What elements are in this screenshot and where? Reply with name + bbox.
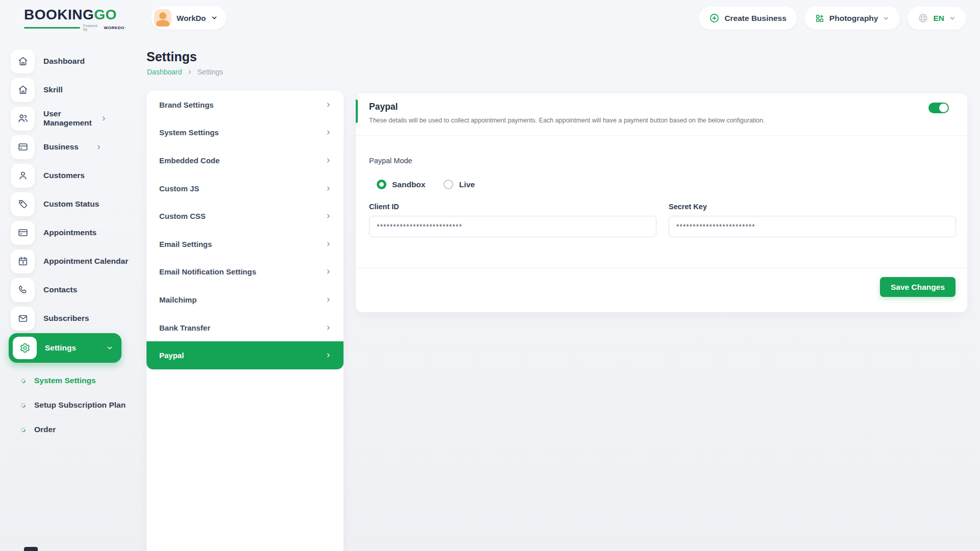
- bookinggo-logo[interactable]: BOOKINGGO Powered By WORKDO·: [24, 7, 126, 31]
- grid-plus-icon: [815, 13, 825, 23]
- radio-unchecked-icon[interactable]: [444, 180, 453, 189]
- calendar-icon: [11, 249, 35, 273]
- user-icon: [11, 164, 35, 188]
- chevron-right-icon: [325, 102, 332, 108]
- sidebar-item-subscribers[interactable]: Subscribers: [0, 304, 132, 333]
- client-id-label: Client ID: [369, 203, 656, 211]
- settings-menu-item-email-notification-settings[interactable]: Email Notification Settings: [146, 258, 344, 286]
- chevron-right-icon: [325, 185, 332, 192]
- globe-icon: [918, 13, 928, 23]
- breadcrumb: Dashboard Settings: [147, 68, 223, 76]
- radio-checked-icon[interactable]: [377, 180, 386, 189]
- business-type-label: Photography: [829, 14, 878, 23]
- settings-menu-item-brand-settings[interactable]: Brand Settings: [146, 91, 344, 119]
- logo-underline: [24, 27, 80, 29]
- create-business-button[interactable]: Create Business: [699, 7, 796, 30]
- settings-menu-item-bank-transfer[interactable]: Bank Transfer: [146, 314, 344, 342]
- sidebar-item-settings[interactable]: Settings: [9, 333, 121, 363]
- sidebar-item-skrill[interactable]: Skrill: [0, 76, 132, 104]
- paypal-enabled-toggle[interactable]: [928, 103, 949, 113]
- paypal-card-title: Paypal: [369, 102, 398, 112]
- chevron-right-icon: [325, 352, 332, 359]
- sidebar-item-customers[interactable]: Customers: [0, 161, 132, 190]
- sidebar-item-dashboard[interactable]: Dashboard: [0, 47, 132, 76]
- home-icon: [11, 78, 35, 102]
- bullet-icon: [20, 427, 27, 433]
- chevron-right-icon: [325, 296, 332, 303]
- paypal-mode-radio-group: Sandbox Live: [377, 180, 475, 189]
- card-accent-bar: [356, 99, 358, 123]
- sidebar-item-user-management[interactable]: User Management: [0, 104, 132, 133]
- settings-menu-item-embedded-code[interactable]: Embedded Code: [146, 146, 344, 174]
- language-label: EN: [933, 14, 944, 23]
- chevron-right-icon: [325, 268, 332, 275]
- workspace-name: WorkDo: [177, 14, 206, 22]
- chevron-right-icon: [325, 213, 332, 219]
- sidebar-item-appointment-calendar[interactable]: Appointment Calendar: [0, 247, 132, 276]
- app-root: BOOKINGGO Powered By WORKDO· WorkDo Crea…: [0, 0, 980, 551]
- mail-icon: [11, 307, 35, 331]
- live-radio-option[interactable]: Live: [444, 180, 475, 189]
- settings-subnav: System Settings Setup Subscription Plan …: [0, 363, 132, 442]
- client-id-field-group: Client ID: [369, 203, 656, 237]
- save-changes-button[interactable]: Save Changes: [880, 277, 955, 297]
- powered-by-text: Powered By: [83, 24, 101, 31]
- chevron-right-icon: [187, 69, 193, 75]
- sidebar-item-business[interactable]: Business: [0, 133, 132, 161]
- settings-menu-panel: Brand Settings System Settings Embedded …: [146, 91, 344, 551]
- chevron-right-icon: [325, 157, 332, 164]
- sidebar: Dashboard Skrill User Management Busines…: [0, 37, 132, 442]
- toggle-knob: [939, 104, 948, 112]
- chevron-right-icon: [325, 129, 332, 136]
- credit-card-icon: [11, 221, 35, 245]
- sidebar-item-appointments[interactable]: Appointments: [0, 218, 132, 247]
- bullet-icon: [20, 378, 27, 384]
- settings-menu-item-email-settings[interactable]: Email Settings: [146, 230, 344, 258]
- workspace-avatar: [154, 9, 172, 27]
- logo-wordmark: BOOKINGGO: [24, 7, 126, 22]
- paypal-settings-card: Paypal These details will be used to col…: [356, 93, 967, 312]
- paypal-mode-label: Paypal Mode: [369, 157, 412, 165]
- gear-icon: [13, 337, 37, 359]
- chevron-down-icon: [949, 15, 956, 22]
- credit-card-icon: [11, 135, 35, 159]
- chevron-down-icon: [211, 14, 218, 21]
- settings-menu-item-mailchimp[interactable]: Mailchimp: [146, 286, 344, 314]
- topbar-actions: Create Business Photography EN: [699, 7, 966, 30]
- topbar: BOOKINGGO Powered By WORKDO· WorkDo Crea…: [0, 0, 980, 37]
- secret-key-input[interactable]: [669, 216, 956, 237]
- partial-tooltip: [24, 547, 38, 551]
- users-icon: [11, 107, 35, 131]
- chevron-down-icon: [106, 344, 113, 352]
- business-type-dropdown[interactable]: Photography: [804, 7, 900, 30]
- sandbox-radio-option[interactable]: Sandbox: [377, 180, 425, 189]
- sidebar-subitem-order[interactable]: Order: [0, 417, 132, 442]
- workdo-brand-text: WORKDO·: [104, 26, 127, 30]
- language-dropdown[interactable]: EN: [908, 7, 966, 30]
- breadcrumb-current: Settings: [198, 68, 224, 76]
- chevron-right-icon: [325, 241, 332, 247]
- breadcrumb-dashboard-link[interactable]: Dashboard: [147, 68, 182, 76]
- create-business-label: Create Business: [724, 14, 786, 23]
- settings-menu-item-custom-css[interactable]: Custom CSS: [146, 202, 344, 230]
- client-id-input[interactable]: [369, 216, 656, 237]
- page-title: Settings: [146, 49, 197, 64]
- chevron-down-icon: [883, 15, 890, 22]
- settings-menu-item-system-settings[interactable]: System Settings: [146, 119, 344, 147]
- home-icon: [11, 49, 35, 73]
- settings-menu-item-paypal[interactable]: Paypal: [146, 341, 344, 369]
- sidebar-subitem-setup-subscription-plan[interactable]: Setup Subscription Plan: [0, 393, 132, 417]
- chevron-right-icon: [101, 115, 107, 122]
- sidebar-item-contacts[interactable]: Contacts: [0, 276, 132, 304]
- phone-icon: [11, 278, 35, 302]
- chevron-right-icon: [95, 144, 102, 151]
- card-divider: [356, 135, 967, 136]
- chevron-right-icon: [325, 324, 332, 331]
- credentials-fields: Client ID Secret Key: [369, 203, 956, 237]
- sidebar-item-custom-status[interactable]: Custom Status: [0, 190, 132, 218]
- paypal-card-description: These details will be used to collect ap…: [369, 117, 765, 124]
- sidebar-subitem-system-settings[interactable]: System Settings: [0, 368, 132, 393]
- plus-circle-icon: [709, 13, 720, 23]
- workspace-switcher[interactable]: WorkDo: [151, 6, 226, 30]
- settings-menu-item-custom-js[interactable]: Custom JS: [146, 174, 344, 203]
